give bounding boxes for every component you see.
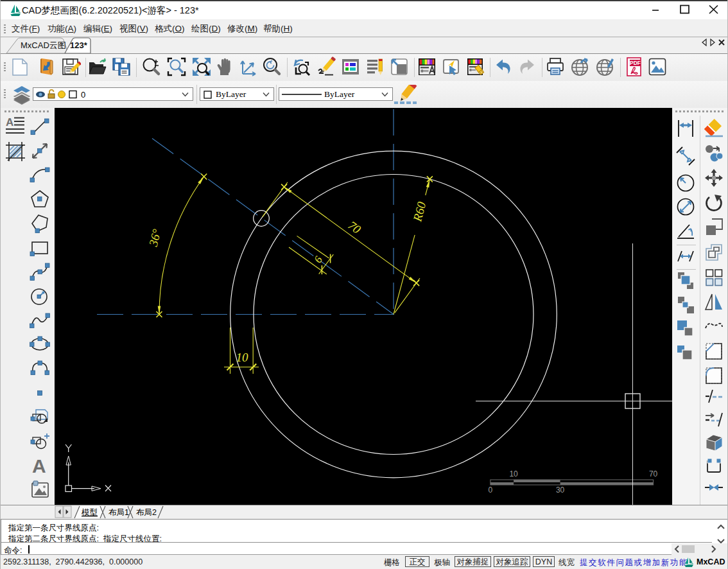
svg-text:A: A	[6, 116, 13, 128]
svg-text:PDF: PDF	[630, 60, 641, 66]
svg-text:A: A	[32, 455, 46, 476]
svg-text:123*: 123*	[70, 40, 88, 50]
svg-text:10: 10	[236, 351, 249, 364]
svg-text:30: 30	[556, 486, 565, 495]
svg-text:模型: 模型	[81, 508, 98, 517]
svg-text:布局2: 布局2	[136, 508, 157, 517]
svg-text:10: 10	[509, 469, 518, 478]
svg-text:0: 0	[489, 486, 493, 495]
svg-text:布局1: 布局1	[108, 508, 129, 517]
svg-text:70: 70	[649, 469, 658, 478]
svg-text:MxCAD云图: MxCAD云图	[21, 40, 66, 50]
